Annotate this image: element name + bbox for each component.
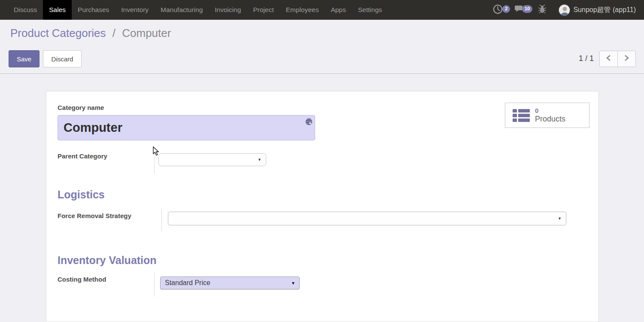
control-panel-divider — [0, 73, 644, 74]
menu-discuss[interactable]: Discuss — [8, 0, 43, 20]
pager-previous-button[interactable] — [599, 51, 618, 67]
pager — [599, 51, 636, 67]
costing-method-select[interactable]: Standard Price ▼ — [160, 276, 300, 289]
discard-button[interactable]: Discard — [43, 50, 82, 67]
parent-category-label: Parent Category — [58, 152, 107, 160]
menu-employees[interactable]: Employees — [280, 0, 325, 20]
costing-method-label: Costing Method — [58, 276, 106, 283]
activity-menu[interactable]: 2 — [489, 0, 507, 20]
logistics-section-title: Logistics — [58, 188, 105, 201]
chevron-right-icon — [624, 55, 629, 63]
menu-sales[interactable]: Sales — [43, 0, 72, 20]
dropdown-arrow-icon: ▼ — [258, 158, 261, 162]
pager-value: 1 / 1 — [579, 54, 594, 63]
messages-badge: 10 — [522, 5, 533, 13]
menu-apps[interactable]: Apps — [325, 0, 352, 20]
top-navbar: Discuss Sales Purchases Inventory Manufa… — [0, 0, 644, 20]
inventory-valuation-section-title: Inventory Valuation — [58, 254, 157, 267]
breadcrumb-current: Computer — [122, 27, 171, 39]
dropdown-arrow-icon: ▼ — [291, 281, 295, 286]
menu-manufacturing[interactable]: Manufacturing — [155, 0, 209, 20]
costing-method-value: Standard Price — [161, 277, 299, 289]
main-menu: Discuss Sales Purchases Inventory Manufa… — [0, 0, 388, 20]
list-icon — [513, 109, 530, 122]
products-count: 0 — [535, 107, 565, 115]
user-menu[interactable]: Sunpop超管 (app11) — [555, 0, 640, 20]
category-name-label: Category name — [58, 104, 104, 111]
breadcrumb: Product Categories / Computer — [10, 27, 171, 40]
odoo-app: Discuss Sales Purchases Inventory Manufa… — [0, 0, 644, 322]
parent-category-select[interactable]: ▼ — [158, 153, 266, 166]
force-removal-strategy-select[interactable]: ▼ — [168, 212, 566, 225]
menu-purchases[interactable]: Purchases — [72, 0, 115, 20]
menu-project[interactable]: Project — [247, 0, 279, 20]
menu-invoicing[interactable]: Invoicing — [209, 0, 247, 20]
menu-inventory[interactable]: Inventory — [115, 0, 155, 20]
clock-icon — [493, 4, 503, 16]
systray: 2 10 — [489, 0, 644, 20]
menu-settings[interactable]: Settings — [352, 0, 388, 20]
dropdown-arrow-icon: ▼ — [558, 216, 562, 221]
field-separator — [154, 272, 155, 297]
user-name: Sunpop超管 (app11) — [573, 6, 636, 15]
debug-menu[interactable] — [534, 0, 550, 20]
mouse-cursor — [153, 146, 160, 158]
bug-icon — [538, 4, 547, 15]
category-name-input[interactable] — [58, 115, 315, 140]
chevron-left-icon — [606, 55, 611, 63]
breadcrumb-parent-link[interactable]: Product Categories — [10, 27, 106, 39]
form-sheet: 0 Products Category name Parent Category… — [46, 91, 599, 322]
products-stat-button[interactable]: 0 Products — [505, 103, 589, 128]
save-button[interactable]: Save — [9, 50, 39, 67]
field-separator — [161, 209, 162, 231]
pager-next-button[interactable] — [617, 51, 636, 67]
breadcrumb-separator: / — [112, 27, 115, 39]
translate-globe-icon[interactable] — [305, 118, 313, 125]
force-removal-strategy-label: Force Removal Strategy — [58, 212, 131, 219]
messages-menu[interactable]: 10 — [511, 0, 529, 20]
user-avatar — [559, 4, 570, 16]
products-label: Products — [535, 115, 565, 124]
stat-text: 0 Products — [535, 107, 565, 124]
activity-badge: 2 — [502, 5, 510, 13]
